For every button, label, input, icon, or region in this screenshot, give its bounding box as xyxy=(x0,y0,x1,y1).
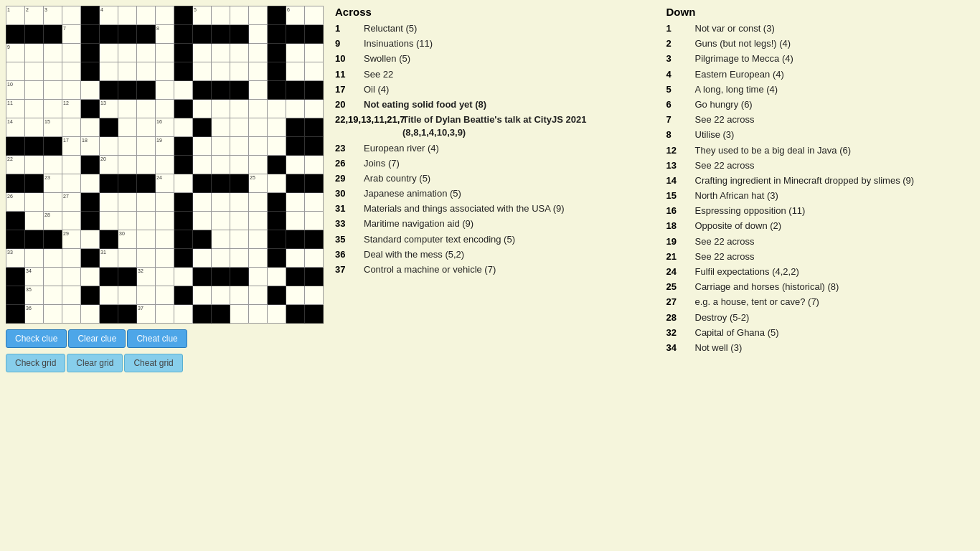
clue-item[interactable]: 4Eastern European (4) xyxy=(666,68,975,81)
check-clue-button[interactable]: Check clue xyxy=(6,329,67,348)
cell-10-12[interactable] xyxy=(230,193,249,212)
clue-item[interactable]: 6Go hungry (6) xyxy=(666,98,975,111)
cell-16-2[interactable] xyxy=(44,305,62,324)
cell-11-7[interactable] xyxy=(137,212,156,230)
cell-7-12[interactable] xyxy=(230,137,249,156)
cell-6-7[interactable] xyxy=(137,118,156,137)
cell-3-1[interactable] xyxy=(25,62,44,81)
cell-9-14[interactable] xyxy=(268,174,286,193)
cell-11-2[interactable]: 28 xyxy=(44,212,62,230)
cheat-grid-button[interactable]: Cheat grid xyxy=(124,354,182,372)
cell-15-12[interactable] xyxy=(230,286,249,305)
cell-14-2[interactable] xyxy=(44,268,62,286)
clue-item[interactable]: 17Oil (4) xyxy=(335,83,644,96)
clue-item[interactable]: 19See 22 across xyxy=(666,235,975,248)
cell-16-8[interactable] xyxy=(156,305,174,324)
cell-16-7[interactable]: 37 xyxy=(137,305,156,324)
cell-2-15[interactable] xyxy=(286,44,305,62)
cell-11-11[interactable] xyxy=(212,212,230,230)
cell-15-13[interactable] xyxy=(249,286,268,305)
clue-item[interactable]: 20Not eating solid food yet (8) xyxy=(335,98,644,111)
cell-2-13[interactable] xyxy=(249,44,268,62)
cell-1-8[interactable]: 8 xyxy=(156,25,174,44)
cell-4-8[interactable] xyxy=(156,81,174,100)
cell-3-0[interactable] xyxy=(6,62,25,81)
cell-8-8[interactable] xyxy=(156,156,174,174)
cell-4-4[interactable] xyxy=(81,81,100,100)
cell-2-1[interactable] xyxy=(25,44,44,62)
cell-13-13[interactable] xyxy=(249,249,268,268)
cell-9-2[interactable]: 23 xyxy=(44,174,62,193)
cheat-clue-button[interactable]: Cheat clue xyxy=(127,329,187,348)
cell-6-3[interactable] xyxy=(62,118,81,137)
cell-12-11[interactable] xyxy=(212,230,230,249)
cell-16-9[interactable] xyxy=(174,305,193,324)
cell-2-12[interactable] xyxy=(230,44,249,62)
cell-0-11[interactable] xyxy=(212,6,230,25)
cell-7-7[interactable] xyxy=(137,137,156,156)
cell-8-1[interactable] xyxy=(25,156,44,174)
cell-13-0[interactable]: 33 xyxy=(6,249,25,268)
cell-13-11[interactable] xyxy=(212,249,230,268)
cell-2-8[interactable] xyxy=(156,44,174,62)
cell-7-4[interactable]: 18 xyxy=(81,137,100,156)
cell-16-1[interactable]: 36 xyxy=(25,305,44,324)
cell-9-8[interactable]: 24 xyxy=(156,174,174,193)
cell-11-12[interactable] xyxy=(230,212,249,230)
cell-10-3[interactable]: 27 xyxy=(62,193,81,212)
cell-13-1[interactable] xyxy=(25,249,44,268)
cell-11-6[interactable] xyxy=(118,212,137,230)
cell-5-7[interactable] xyxy=(137,100,156,118)
clue-item[interactable]: 9Insinuations (11) xyxy=(335,37,644,50)
cell-1-13[interactable] xyxy=(249,25,268,44)
cell-10-1[interactable] xyxy=(25,193,44,212)
cell-5-15[interactable] xyxy=(286,100,305,118)
clue-item[interactable]: 36Deal with the mess (5,2) xyxy=(335,248,644,261)
cell-11-13[interactable] xyxy=(249,212,268,230)
cell-3-15[interactable] xyxy=(286,62,305,81)
cell-15-10[interactable] xyxy=(193,286,212,305)
clue-item[interactable]: 24Fulfil expectations (4,2,2) xyxy=(666,265,975,278)
cell-10-16[interactable] xyxy=(305,193,324,212)
cell-13-6[interactable] xyxy=(118,249,137,268)
clue-item[interactable]: 16Espressing opposition (11) xyxy=(666,204,975,217)
cell-13-5[interactable]: 31 xyxy=(100,249,118,268)
cell-16-12[interactable] xyxy=(230,305,249,324)
cell-16-14[interactable] xyxy=(268,305,286,324)
cell-14-3[interactable] xyxy=(62,268,81,286)
cell-7-13[interactable] xyxy=(249,137,268,156)
cell-14-14[interactable] xyxy=(268,268,286,286)
cell-12-12[interactable] xyxy=(230,230,249,249)
cell-14-8[interactable] xyxy=(156,268,174,286)
cell-16-4[interactable] xyxy=(81,305,100,324)
cell-3-6[interactable] xyxy=(118,62,137,81)
cell-5-11[interactable] xyxy=(212,100,230,118)
cell-0-7[interactable] xyxy=(137,6,156,25)
cell-3-11[interactable] xyxy=(212,62,230,81)
cell-11-8[interactable] xyxy=(156,212,174,230)
check-grid-button[interactable]: Check grid xyxy=(6,354,65,372)
cell-2-11[interactable] xyxy=(212,44,230,62)
cell-0-0[interactable]: 1 xyxy=(6,6,25,25)
clue-item[interactable]: 33Maritime navigation aid (9) xyxy=(335,217,644,230)
cell-5-3[interactable]: 12 xyxy=(62,100,81,118)
cell-2-0[interactable]: 9 xyxy=(6,44,25,62)
cell-10-2[interactable] xyxy=(44,193,62,212)
cell-0-6[interactable] xyxy=(118,6,137,25)
cell-0-16[interactable] xyxy=(305,6,324,25)
cell-12-4[interactable] xyxy=(81,230,100,249)
cell-6-13[interactable] xyxy=(249,118,268,137)
clue-item[interactable]: 31Materials and things associated with t… xyxy=(335,202,644,215)
clue-item[interactable]: 21See 22 across xyxy=(666,250,975,263)
cell-11-3[interactable] xyxy=(62,212,81,230)
clue-item[interactable]: 22,19,13,11,21,7Title of Dylan Beattie's… xyxy=(335,113,644,139)
cell-5-13[interactable] xyxy=(249,100,268,118)
cell-4-13[interactable] xyxy=(249,81,268,100)
cell-0-15[interactable]: 6 xyxy=(286,6,305,25)
cell-5-6[interactable] xyxy=(118,100,137,118)
cell-5-14[interactable] xyxy=(268,100,286,118)
cell-8-13[interactable] xyxy=(249,156,268,174)
cell-2-3[interactable] xyxy=(62,44,81,62)
cell-5-12[interactable] xyxy=(230,100,249,118)
clue-item[interactable]: 28Destroy (5-2) xyxy=(666,311,975,324)
